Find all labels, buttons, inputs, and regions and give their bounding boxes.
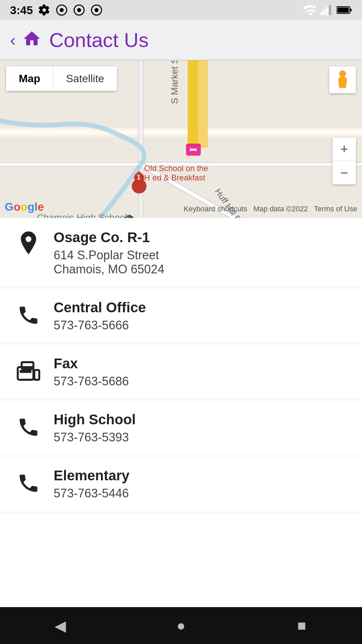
contact-item-elementary[interactable]: Elementary 573-763-5446	[0, 456, 362, 512]
svg-rect-7	[323, 9, 326, 15]
map-footer: Keyboard shortcuts Map data ©2022 Terms …	[184, 205, 357, 213]
svg-text:🛏: 🛏	[189, 145, 197, 153]
svg-point-1	[60, 8, 64, 12]
contact-item-address[interactable]: Osage Co. R-1 614 S.Poplar Street Chamoi…	[0, 218, 362, 288]
svg-rect-18	[188, 60, 198, 148]
contact-central-info: Central Office 573-763-5666	[54, 300, 146, 332]
back-button[interactable]: ‹	[10, 32, 16, 48]
contact-elementary-info: Elementary 573-763-5446	[54, 468, 129, 500]
home-button[interactable]	[22, 29, 42, 51]
zoom-in-button[interactable]: +	[333, 138, 356, 161]
contact-item-fax[interactable]: Fax 573-763-5686	[0, 344, 362, 400]
map-tabs: Map Satellite	[6, 66, 117, 91]
address-name: Osage Co. R-1	[54, 229, 164, 246]
nav-back-button[interactable]: ◀	[47, 612, 74, 639]
svg-point-3	[77, 8, 81, 12]
wifi-icon	[302, 5, 316, 15]
svg-point-39	[339, 70, 346, 77]
svg-rect-12	[338, 8, 349, 13]
svg-text:Old School on the: Old School on the	[144, 164, 208, 173]
fax-number: 573-763-5686	[54, 374, 129, 388]
location-icon	[13, 231, 44, 258]
zoom-out-button[interactable]: −	[333, 161, 356, 184]
gear-icon	[38, 4, 50, 16]
svg-text:1: 1	[137, 173, 140, 181]
svg-rect-9	[329, 5, 331, 15]
status-bar: 3:45	[0, 0, 362, 20]
svg-text:S Market St: S Market St	[169, 60, 180, 104]
contact-highschool-info: High School 573-763-5393	[54, 412, 136, 444]
music-icon-2	[73, 4, 85, 16]
central-name: Central Office	[54, 300, 146, 316]
fax-name: Fax	[54, 356, 129, 372]
address-line1: 614 S.Poplar Street	[54, 248, 164, 262]
battery-icon	[337, 6, 352, 14]
svg-rect-11	[350, 9, 352, 11]
contact-item-central-office[interactable]: Central Office 573-763-5666	[0, 288, 362, 344]
bottom-navigation: ◀ ● ■	[0, 607, 362, 644]
streetview-button[interactable]	[329, 66, 356, 93]
music-icon-3	[90, 4, 103, 16]
signal-icon	[320, 5, 332, 15]
highschool-name: High School	[54, 412, 136, 428]
elementary-name: Elementary	[54, 468, 129, 484]
svg-rect-8	[326, 7, 328, 15]
svg-rect-43	[35, 370, 40, 380]
highschool-phone: 573-763-5393	[54, 430, 136, 444]
nav-home-button[interactable]: ●	[168, 612, 194, 639]
svg-rect-16	[0, 129, 362, 135]
contact-item-high-school[interactable]: High School 573-763-5393	[0, 400, 362, 456]
map-tab-map[interactable]: Map	[6, 66, 53, 91]
contact-fax-info: Fax 573-763-5686	[54, 356, 129, 388]
phone-icon-1	[13, 302, 44, 328]
google-logo: Google	[5, 200, 44, 213]
contact-list: Osage Co. R-1 614 S.Poplar Street Chamoi…	[0, 218, 362, 512]
header: ‹ Contact Us	[0, 20, 362, 60]
svg-text:🎓: 🎓	[127, 214, 133, 218]
elementary-phone: 573-763-5446	[54, 486, 129, 500]
map-container[interactable]: S Market St Huff Hill Rd Chamois High Sc…	[0, 60, 362, 218]
map-zoom-controls: + −	[333, 138, 356, 184]
svg-text:H: H	[144, 173, 150, 182]
music-icon-1	[56, 4, 68, 16]
fax-icon	[13, 358, 44, 384]
nav-recent-button[interactable]: ■	[288, 612, 315, 639]
svg-text:ed & Breakfast: ed & Breakfast	[153, 173, 205, 182]
svg-text:Chamois High School: Chamois High School	[37, 212, 127, 218]
status-time: 3:45	[10, 4, 33, 17]
svg-rect-6	[320, 12, 323, 15]
map-tab-satellite[interactable]: Satellite	[53, 66, 117, 91]
svg-rect-41	[20, 370, 32, 373]
address-line2: Chamois, MO 65024	[54, 262, 164, 276]
page-title: Contact Us	[49, 29, 149, 52]
phone-icon-2	[13, 414, 44, 440]
contact-address-info: Osage Co. R-1 614 S.Poplar Street Chamoi…	[54, 229, 164, 276]
central-phone: 573-763-5666	[54, 318, 146, 332]
phone-icon-3	[13, 470, 44, 496]
svg-point-5	[95, 8, 99, 12]
